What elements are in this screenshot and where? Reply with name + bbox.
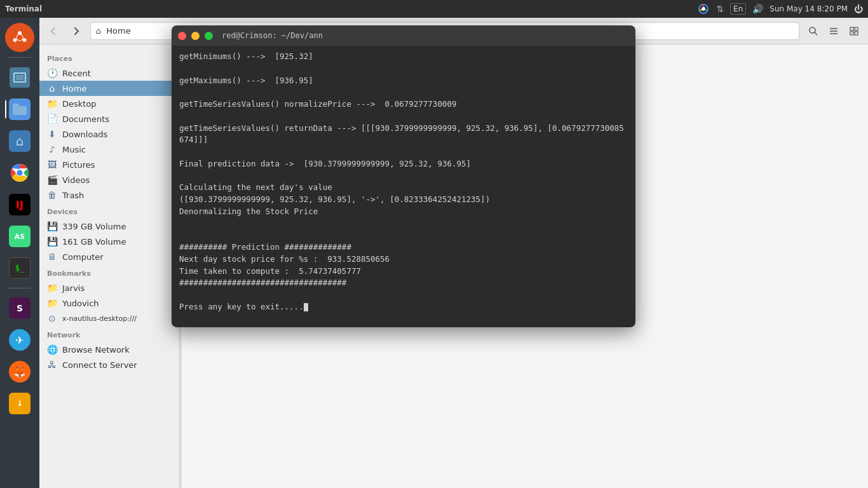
computer-icon: 🖥 bbox=[47, 252, 57, 262]
terminal-output: getMinimums() ---> [925.32] getMaximums(… bbox=[179, 51, 628, 313]
sidebar-item-desktop[interactable]: 📁 Desktop bbox=[39, 96, 179, 111]
sidebar-label-recent: Recent bbox=[62, 69, 91, 78]
sidebar-label-vol339: 339 GB Volume bbox=[62, 222, 126, 231]
forward-button[interactable] bbox=[67, 22, 85, 40]
header-actions bbox=[804, 22, 863, 40]
home-icon: ⌂ bbox=[47, 83, 57, 93]
trash-icon: 🗑 bbox=[47, 190, 57, 200]
downloads-icon: ⬇ bbox=[47, 129, 57, 139]
sidebar-section-bookmarks: Bookmarks bbox=[39, 264, 179, 280]
sidebar-section-network: Network bbox=[39, 326, 179, 342]
system-bar-right: ⇅ En 🔊 Sun May 14 8:20 PM ⏻ bbox=[697, 3, 863, 15]
svg-rect-17 bbox=[850, 32, 853, 35]
sidebar-label-trash: Trash bbox=[62, 191, 84, 200]
sidebar-label-yudovich: Yudovich bbox=[62, 299, 99, 308]
taskbar-divider-1 bbox=[8, 57, 31, 58]
sidebar-item-videos[interactable]: 🎬 Videos bbox=[39, 172, 179, 187]
taskbar-icon-firefox[interactable]: 🦊 bbox=[5, 357, 34, 386]
svg-point-1 bbox=[702, 7, 705, 11]
recent-icon: 🕐 bbox=[47, 68, 57, 78]
pictures-icon: 🖼 bbox=[47, 159, 57, 170]
sidebar-item-downloads[interactable]: ⬇ Downloads bbox=[39, 126, 179, 142]
sidebar-item-trash[interactable]: 🗑 Trash bbox=[39, 187, 179, 203]
taskbar-icon-chrome[interactable] bbox=[5, 158, 34, 187]
sidebar-label-videos: Videos bbox=[62, 175, 90, 185]
sidebar-item-home[interactable]: ⌂ Home bbox=[39, 81, 179, 96]
taskbar-icon-show-desktop[interactable] bbox=[5, 63, 34, 92]
videos-icon: 🎬 bbox=[47, 175, 57, 185]
sidebar-section-places: Places bbox=[39, 50, 179, 65]
terminal-close-button[interactable] bbox=[178, 32, 186, 40]
documents-icon: 📄 bbox=[47, 114, 57, 124]
system-bar-left: Terminal bbox=[5, 4, 42, 13]
sidebar-item-computer[interactable]: 🖥 Computer bbox=[39, 249, 179, 264]
view-toggle-button[interactable] bbox=[845, 22, 863, 40]
terminal-minimize-button[interactable] bbox=[191, 32, 200, 40]
terminal-maximize-button[interactable] bbox=[205, 32, 213, 40]
taskbar-icon-home-folder[interactable]: ⌂ bbox=[5, 126, 34, 156]
search-button[interactable] bbox=[804, 22, 822, 40]
fm-sidebar: Places 🕐 Recent ⌂ Home 📁 Desktop 📄 Docum… bbox=[39, 44, 179, 488]
sidebar-item-music[interactable]: ♪ Music bbox=[39, 142, 179, 157]
svg-rect-18 bbox=[855, 32, 858, 35]
sidebar-label-pictures: Pictures bbox=[62, 160, 95, 170]
sidebar-item-vol161[interactable]: 💾 161 GB Volume bbox=[39, 234, 179, 249]
vol161-icon: 💾 bbox=[47, 236, 57, 247]
chrome-tray-icon[interactable] bbox=[697, 3, 710, 15]
svg-point-10 bbox=[810, 27, 815, 33]
browse-network-icon: 🌐 bbox=[47, 344, 57, 355]
taskbar-icon-terminal[interactable]: $_ bbox=[5, 254, 34, 283]
taskbar-icon-slack[interactable]: S bbox=[5, 294, 34, 323]
sidebar-label-music: Music bbox=[62, 145, 86, 154]
sidebar-item-jarvis[interactable]: 📁 Jarvis bbox=[39, 280, 179, 295]
sidebar-item-vol339[interactable]: 💾 339 GB Volume bbox=[39, 219, 179, 234]
taskbar-icon-telegram[interactable]: ✈ bbox=[5, 325, 34, 355]
taskbar-icon-files[interactable] bbox=[5, 95, 34, 124]
vol339-icon: 💾 bbox=[47, 221, 57, 231]
sidebar-label-xnautilus: x-nautilus-desktop:/// bbox=[62, 315, 137, 323]
keyboard-layout[interactable]: En bbox=[730, 3, 746, 15]
svg-rect-16 bbox=[855, 27, 858, 30]
taskbar-icon-getdeb[interactable]: ↓ bbox=[5, 389, 34, 418]
sidebar-item-connect-to-server[interactable]: 🖧 Connect to Server bbox=[39, 357, 179, 372]
sidebar-item-documents[interactable]: 📄 Documents bbox=[39, 111, 179, 126]
back-button[interactable] bbox=[44, 22, 62, 40]
terminal-window: red@Crimson: ~/Dev/ann getMinimums() ---… bbox=[172, 25, 635, 327]
desktop-icon: 📁 bbox=[47, 98, 57, 109]
volume-icon[interactable]: 🔊 bbox=[752, 4, 763, 14]
sidebar-label-browse-network: Browse Network bbox=[62, 345, 130, 355]
system-bar: Terminal ⇅ En 🔊 Sun May 14 8:20 PM ⏻ bbox=[0, 0, 868, 18]
sidebar-section-devices: Devices bbox=[39, 203, 179, 219]
system-bar-title: Terminal bbox=[5, 4, 42, 13]
taskbar: ⌂ IJ AS $_ S ✈ 🦊 ↓ bbox=[0, 18, 39, 488]
connect-server-icon: 🖧 bbox=[47, 360, 57, 370]
sidebar-item-yudovich[interactable]: 📁 Yudovich bbox=[39, 295, 179, 311]
location-text: Home bbox=[106, 26, 130, 36]
sidebar-item-browse-network[interactable]: 🌐 Browse Network bbox=[39, 342, 179, 357]
taskbar-divider-2 bbox=[8, 288, 31, 288]
taskbar-icon-intellij[interactable]: IJ bbox=[5, 190, 34, 219]
terminal-body[interactable]: getMinimums() ---> [925.32] getMaximums(… bbox=[172, 46, 635, 327]
sidebar-item-xnautilus[interactable]: ⊙ x-nautilus-desktop:/// bbox=[39, 311, 179, 326]
yudovich-icon: 📁 bbox=[47, 298, 57, 308]
power-icon[interactable]: ⏻ bbox=[854, 4, 863, 14]
sidebar-label-desktop: Desktop bbox=[62, 99, 97, 109]
taskbar-icon-android-studio[interactable]: AS bbox=[5, 222, 34, 251]
svg-rect-15 bbox=[850, 27, 853, 30]
taskbar-icon-ubuntu[interactable] bbox=[5, 23, 34, 52]
sidebar-label-computer: Computer bbox=[62, 252, 104, 262]
music-icon: ♪ bbox=[47, 144, 57, 154]
sidebar-item-pictures[interactable]: 🖼 Pictures bbox=[39, 157, 179, 172]
xnautilus-icon: ⊙ bbox=[47, 313, 57, 323]
jarvis-icon: 📁 bbox=[47, 283, 57, 293]
svg-line-11 bbox=[815, 32, 817, 35]
menu-button[interactable] bbox=[825, 22, 843, 40]
sidebar-item-recent[interactable]: 🕐 Recent bbox=[39, 65, 179, 81]
location-home-icon: ⌂ bbox=[96, 26, 101, 36]
terminal-title: red@Crimson: ~/Dev/ann bbox=[222, 31, 323, 40]
network-icon[interactable]: ⇅ bbox=[716, 4, 724, 14]
sidebar-label-vol161: 161 GB Volume bbox=[62, 237, 126, 247]
sidebar-label-jarvis: Jarvis bbox=[62, 283, 85, 293]
sidebar-label-home: Home bbox=[62, 84, 86, 93]
sidebar-label-connect-to-server: Connect to Server bbox=[62, 360, 137, 370]
